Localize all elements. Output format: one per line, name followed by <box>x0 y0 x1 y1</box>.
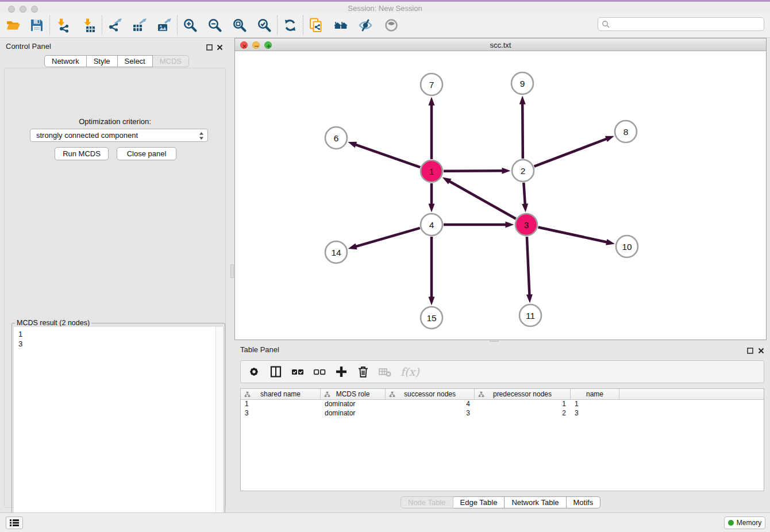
main-toolbar <box>0 13 770 38</box>
graph-edge-3-10[interactable] <box>538 227 608 242</box>
graph-node-label: 9 <box>520 79 525 88</box>
zoom-out-icon[interactable] <box>207 18 222 33</box>
table-row[interactable]: 3 dominator 3 2 3 <box>241 409 764 418</box>
window-title: Session: New Session <box>0 4 770 13</box>
network-window-titlebar[interactable]: scc.txt <box>235 38 766 51</box>
vertical-splitter-handle[interactable] <box>230 264 234 278</box>
hide-selected-eye-slash-icon[interactable] <box>358 18 373 33</box>
cell-successor-nodes[interactable]: 3 <box>386 409 475 418</box>
create-new-column-icon[interactable] <box>334 364 349 379</box>
optimization-criterion-label: Optimization criterion: <box>5 117 225 126</box>
column-header-successor-nodes[interactable]: successor nodes <box>386 389 475 399</box>
select-all-columns-icon[interactable] <box>290 364 305 379</box>
cell-predecessor-nodes[interactable]: 1 <box>475 400 571 409</box>
unselect-all-columns-icon[interactable] <box>312 364 327 379</box>
graph-edge-4-14[interactable] <box>355 228 420 247</box>
graph-node-label: 7 <box>429 80 434 90</box>
column-tree-icon <box>324 391 330 398</box>
export-image-icon[interactable] <box>157 18 172 33</box>
memory-button[interactable]: Memory <box>724 516 765 529</box>
column-tree-icon <box>244 391 251 398</box>
graph-edge-arrowhead <box>502 168 510 174</box>
zoom-in-icon[interactable] <box>183 18 198 33</box>
network-view-window: scc.txt 7968124314101511 <box>234 38 767 340</box>
cell-name[interactable]: 3 <box>571 409 619 418</box>
tab-motifs[interactable]: Motifs <box>567 496 601 508</box>
column-header-mcds-role[interactable]: MCDS role <box>321 389 386 399</box>
import-network-icon[interactable] <box>55 18 70 33</box>
zoom-selected-icon[interactable] <box>257 18 272 33</box>
close-panel-icon[interactable] <box>217 43 223 53</box>
run-mcds-button[interactable]: Run MCDS <box>55 147 109 160</box>
cell-predecessor-nodes[interactable]: 2 <box>475 409 571 418</box>
toolbar-separator <box>177 16 178 35</box>
delete-columns-trash-icon[interactable] <box>356 364 371 379</box>
table-toolbar: f(x) <box>240 360 764 383</box>
graph-node-label: 15 <box>426 313 436 323</box>
export-table-icon[interactable] <box>132 18 147 33</box>
table-panel-title: Table Panel <box>240 345 279 354</box>
task-history-button[interactable] <box>6 516 23 529</box>
search-field[interactable] <box>598 17 764 31</box>
graph-edge-arrowhead <box>429 297 435 306</box>
graph-edge-3-1[interactable] <box>449 181 516 219</box>
tab-style[interactable]: Style <box>87 55 118 67</box>
tab-network[interactable]: Network <box>44 55 87 67</box>
clone-network-view-icon[interactable] <box>309 18 324 33</box>
cell-name[interactable]: 1 <box>571 400 619 409</box>
first-neighbors-icon[interactable] <box>333 18 348 33</box>
column-header-predecessor-nodes[interactable]: predecessor nodes <box>475 389 571 399</box>
graph-edge-1-2[interactable] <box>444 171 503 171</box>
cell-shared-name[interactable]: 1 <box>241 400 321 409</box>
graph-edge-arrowhead <box>519 95 526 104</box>
tab-node-table[interactable]: Node Table <box>401 496 453 508</box>
cell-mcds-role[interactable]: dominator <box>321 400 386 409</box>
graph-node-label: 3 <box>524 220 529 230</box>
search-icon <box>602 20 610 28</box>
apply-layout-icon[interactable] <box>283 18 298 33</box>
graph-edge-arrowhead <box>348 142 357 148</box>
column-header-name[interactable]: name <box>571 389 619 399</box>
graph-edge-2-3[interactable] <box>523 183 525 205</box>
table-options-gear-icon[interactable] <box>247 364 261 379</box>
table-row[interactable]: 1 dominator 4 1 1 <box>241 400 764 409</box>
cell-shared-name[interactable]: 3 <box>241 409 321 418</box>
tab-select[interactable]: Select <box>118 55 153 67</box>
close-panel-button[interactable]: Close panel <box>117 147 176 160</box>
optimization-criterion-dropdown[interactable]: strongly connected component <box>30 129 208 142</box>
main-titlebar: Session: New Session <box>0 0 770 13</box>
zoom-fit-icon[interactable] <box>232 18 247 33</box>
show-columns-icon[interactable] <box>268 364 283 379</box>
export-network-icon[interactable] <box>107 18 122 33</box>
close-table-panel-icon[interactable] <box>758 346 764 356</box>
graph-edge-arrowhead <box>605 136 614 142</box>
list-icon <box>10 519 19 527</box>
float-table-panel-icon[interactable] <box>747 346 753 356</box>
save-session-icon[interactable] <box>29 18 44 33</box>
graph-edge-2-9[interactable] <box>522 103 523 159</box>
mcds-result-textarea[interactable]: 1 3 <box>13 326 224 532</box>
cell-successor-nodes[interactable]: 4 <box>386 400 475 409</box>
node-table: shared name MCDS role successor nodes pr… <box>240 388 764 491</box>
tab-mcds[interactable]: MCDS <box>153 55 189 67</box>
tab-edge-table[interactable]: Edge Table <box>453 496 505 508</box>
status-bar: Memory <box>0 512 770 532</box>
open-file-icon[interactable] <box>6 18 21 33</box>
control-panel-tabs: Network Style Select MCDS <box>44 55 189 67</box>
network-canvas[interactable]: 7968124314101511 <box>235 51 766 340</box>
control-panel-title: Control Panel <box>6 42 51 51</box>
mcds-panel: Optimization criterion: strongly connect… <box>4 68 226 508</box>
column-header-shared-name[interactable]: shared name <box>241 389 321 399</box>
graph-edge-arrowhead <box>348 244 357 250</box>
result-scrollbar[interactable] <box>215 327 223 532</box>
table-tabs: Node Table Edge Table Network Table Moti… <box>401 496 600 508</box>
graph-edge-3-11[interactable] <box>527 237 530 296</box>
float-panel-icon[interactable] <box>206 43 213 53</box>
import-table-icon[interactable] <box>82 18 97 33</box>
search-input[interactable] <box>610 19 764 29</box>
tab-network-table[interactable]: Network Table <box>505 496 566 508</box>
graph-edge-2-8[interactable] <box>534 138 607 166</box>
graph-edge-1-6[interactable] <box>355 144 421 167</box>
cell-mcds-role[interactable]: dominator <box>321 409 386 418</box>
graph-edge-arrowhead <box>442 178 452 184</box>
